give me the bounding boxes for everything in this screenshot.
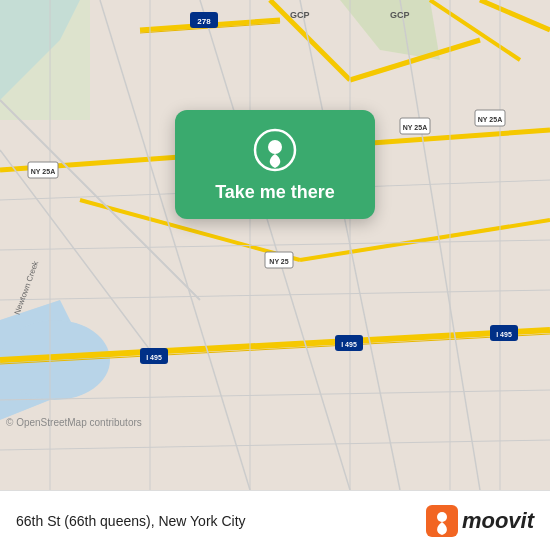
svg-text:NY 25A: NY 25A xyxy=(31,168,55,175)
location-info: 66th St (66th queens), New York City xyxy=(16,513,246,529)
svg-text:I 495: I 495 xyxy=(341,341,357,348)
svg-text:NY 25: NY 25 xyxy=(269,258,288,265)
popup-label: Take me there xyxy=(215,182,335,203)
svg-text:I 495: I 495 xyxy=(146,354,162,361)
map-container: 278 NY 25A NY 25A NY 25A NY 25 I 495 I 4… xyxy=(0,0,550,490)
moovit-brand-icon xyxy=(426,505,458,537)
take-me-there-button[interactable]: Take me there xyxy=(175,110,375,219)
svg-text:278: 278 xyxy=(197,17,211,26)
bottom-bar: 66th St (66th queens), New York City moo… xyxy=(0,490,550,550)
location-name: 66th St (66th queens), New York City xyxy=(16,513,246,529)
moovit-text: moovit xyxy=(462,508,534,534)
map-attribution: © OpenStreetMap contributors xyxy=(6,417,142,428)
svg-text:NY 25A: NY 25A xyxy=(478,116,502,123)
svg-point-55 xyxy=(268,140,282,154)
svg-text:GCP: GCP xyxy=(290,10,310,20)
svg-point-57 xyxy=(437,512,447,522)
svg-rect-5 xyxy=(0,0,90,120)
location-pin-icon xyxy=(253,128,297,172)
moovit-logo: moovit xyxy=(426,505,534,537)
svg-text:I 495: I 495 xyxy=(496,331,512,338)
svg-text:GCP: GCP xyxy=(390,10,410,20)
svg-text:NY 25A: NY 25A xyxy=(403,124,427,131)
